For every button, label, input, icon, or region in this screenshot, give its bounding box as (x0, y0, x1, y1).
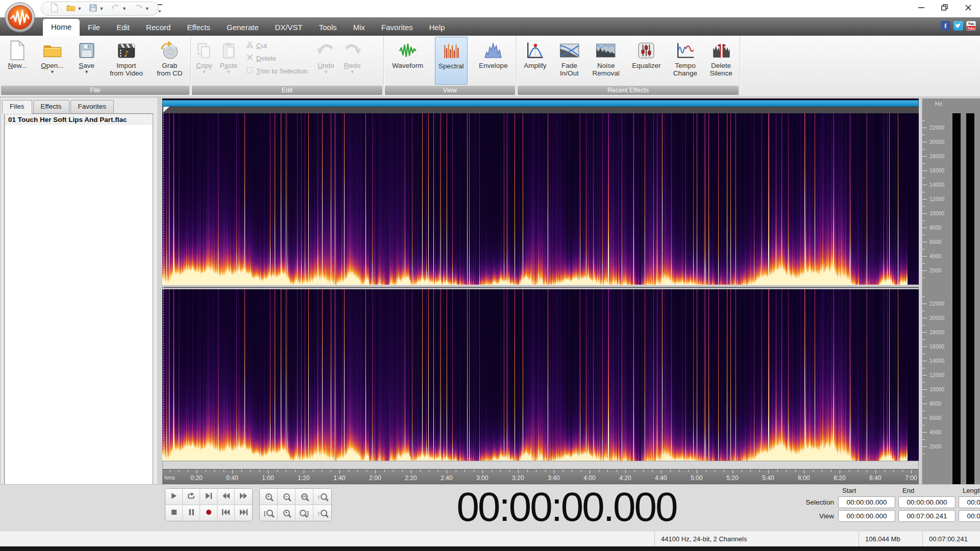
youtube-bottom-label: Tube (967, 26, 975, 31)
restore-button[interactable] (933, 0, 957, 15)
timeline-minor-tick (349, 470, 349, 472)
sidebar-tab-favorites[interactable]: Favorites (70, 100, 114, 114)
open-folder-button[interactable]: ▼ (62, 2, 85, 15)
equalizer-button[interactable]: Equalizer (629, 37, 664, 85)
play-position-marker-icon[interactable] (163, 107, 169, 112)
new-document-button[interactable] (46, 2, 62, 15)
frequency-tick (922, 120, 925, 121)
sidebar-tab-files[interactable]: Files (2, 100, 32, 114)
menu-tab-edit[interactable]: Edit (108, 19, 138, 36)
zoom-selection-end-button[interactable]: ] (296, 505, 313, 521)
menu-tab-record[interactable]: Record (138, 19, 179, 36)
customize-quick-access-button[interactable]: ▼ (156, 4, 164, 15)
ribbon-group-label: File (1, 86, 189, 95)
redo-button[interactable]: ▼ (130, 2, 153, 15)
zoom-out-button[interactable]: − (278, 489, 296, 505)
grab-from-cd-button[interactable]: Grab from CD (154, 37, 185, 85)
view-end-field[interactable]: 00:07:00.241 (898, 510, 955, 522)
open-button[interactable]: Open...▼ (38, 37, 66, 85)
title-bar: ▼▼▼▼ ▼ (0, 0, 980, 17)
noise-removal-button[interactable]: Noise Removal (590, 37, 623, 85)
timeline-minor-tick (474, 470, 474, 472)
fast-forward-button[interactable] (235, 489, 252, 505)
app-logo-button[interactable] (4, 2, 36, 33)
tempo-change-button[interactable]: Tempo Change (670, 37, 700, 85)
menu-tab-help[interactable]: Help (421, 19, 453, 36)
channel-splitter[interactable] (162, 285, 919, 289)
facebook-icon[interactable]: f (941, 21, 950, 31)
paste-icon (219, 39, 238, 62)
frequency-tick (922, 354, 925, 354)
twitter-icon[interactable] (953, 21, 963, 31)
spectral-button[interactable]: Spectral (435, 37, 468, 85)
menu-tab-home[interactable]: Home (43, 19, 80, 36)
view-start-field[interactable]: 00:00:00.000 (838, 510, 895, 522)
delete-silence-button[interactable]: Delete Silence (706, 37, 735, 85)
timeline-minor-tick (500, 470, 501, 472)
youtube-icon[interactable]: YouTube (966, 21, 976, 31)
zoom-100-button[interactable]: 100 (296, 489, 313, 505)
play-next-button[interactable] (200, 489, 217, 505)
zoom-in-button[interactable]: + (260, 489, 278, 505)
close-button[interactable] (957, 0, 980, 15)
amplify-button[interactable]: Amplify (521, 37, 549, 85)
paste-button: Paste▼ (216, 37, 241, 85)
menu-tab-tools[interactable]: Tools (311, 19, 345, 36)
undo-button[interactable]: ▼ (107, 2, 130, 15)
pause-button[interactable] (183, 505, 200, 521)
horizontal-scroll-strip[interactable] (162, 461, 919, 469)
frequency-tick (922, 270, 927, 271)
timeline-major-tick (661, 470, 662, 473)
sidebar-tab-effects[interactable]: Effects (33, 100, 69, 114)
spectrogram-channel-2[interactable] (162, 289, 919, 461)
timeline-minor-tick (206, 470, 206, 472)
save-button[interactable]: Save▼ (75, 37, 99, 85)
file-list[interactable]: 01 Touch Her Soft Lips And Part.flac (4, 113, 153, 529)
fade-icon (559, 39, 580, 62)
timeline-ruler[interactable]: hms 0:200:401:001:201:402:002:202:403:00… (162, 469, 919, 484)
menu-tab-mix[interactable]: Mix (345, 19, 373, 36)
new-button[interactable]: New... (5, 37, 31, 85)
record-button[interactable] (200, 505, 217, 521)
waveform-button[interactable]: Waveform (389, 37, 426, 85)
timeline-minor-tick (777, 470, 778, 472)
frequency-tick-label: 16000 (929, 167, 944, 173)
rewind-button[interactable] (217, 489, 235, 505)
selection-length-field[interactable]: 00:00:00.000 (959, 496, 980, 508)
envelope-button[interactable]: Envelope (476, 37, 510, 85)
skip-to-start-button[interactable] (217, 505, 235, 521)
position-marker-strip[interactable] (162, 107, 919, 113)
frequency-tick (922, 325, 925, 325)
timeline-major-tick (518, 470, 519, 473)
skip-to-end-button[interactable] (235, 505, 252, 521)
zoom-selection-button[interactable]: + (278, 505, 296, 521)
frequency-tick (922, 411, 925, 411)
open-folder-icon (42, 39, 63, 62)
zoom-vertical-in-button[interactable]: ↕ (313, 489, 331, 505)
menu-tab-generate[interactable]: Generate (218, 19, 267, 36)
stop-button[interactable] (165, 505, 183, 521)
save-button[interactable]: ▼ (85, 2, 107, 15)
import-from-video-button[interactable]: ♪Import from Video (107, 37, 146, 85)
play-button[interactable] (165, 489, 183, 505)
selection-end-field[interactable]: 00:00:00.000 (898, 496, 955, 508)
zoom-vertical-out-button[interactable]: ↕ (313, 505, 331, 521)
menu-tab-favorites[interactable]: Favorites (373, 19, 421, 36)
menu-tab-effects[interactable]: Effects (179, 19, 218, 36)
spectrogram-channel-1[interactable] (162, 113, 919, 285)
selection-start-field[interactable]: 00:00:00.000 (838, 496, 895, 508)
file-list-item[interactable]: 01 Touch Her Soft Lips And Part.flac (5, 114, 152, 125)
minimize-button[interactable] (910, 0, 933, 15)
stop-icon (170, 508, 178, 518)
menu-tab-dxvst[interactable]: DX/VST (267, 19, 311, 36)
menu-tab-file[interactable]: File (80, 19, 108, 36)
timeline-minor-tick (670, 470, 671, 472)
view-length-field[interactable]: 00:07:00.241 (959, 510, 980, 522)
chevron-down-icon: ▼ (122, 6, 127, 11)
timeline-major-tick (339, 470, 340, 473)
loop-button[interactable] (183, 489, 200, 505)
save-floppy-icon (78, 39, 96, 62)
overview-position-bar[interactable] (162, 100, 919, 107)
zoom-selection-start-button[interactable]: [ (260, 505, 278, 521)
fade-in-out-button[interactable]: Fade In/Out (556, 37, 583, 85)
